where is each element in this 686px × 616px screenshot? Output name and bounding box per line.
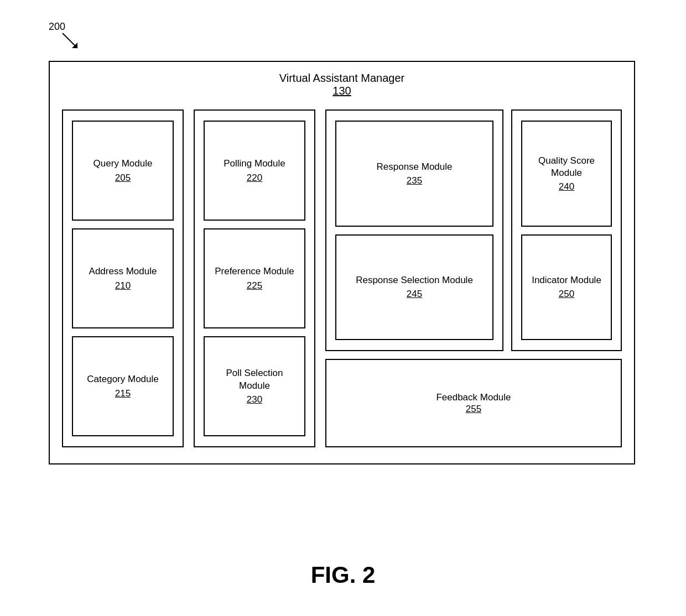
columns-wrapper: Query Module 205 Address Module 210 Cate…: [50, 100, 634, 460]
outer-title: Virtual Assistant Manager 130: [50, 62, 634, 100]
response-module-name: Response Module: [376, 161, 452, 173]
polling-module-num: 220: [247, 173, 262, 184]
query-module-num: 205: [115, 173, 131, 184]
response-selection-module-name: Response Selection Module: [356, 274, 473, 286]
preference-module-box: Preference Module 225: [204, 228, 305, 328]
outer-title-num: 130: [332, 85, 351, 97]
quality-score-module-box: Quality Score Module 240: [521, 121, 612, 227]
column-4: Quality Score Module 240 Indicator Modul…: [511, 109, 622, 351]
column-34-top: Response Module 235 Response Selection M…: [325, 109, 622, 351]
quality-score-module-name: Quality Score Module: [529, 155, 604, 179]
preference-module-name: Preference Module: [215, 265, 294, 278]
indicator-module-num: 250: [559, 289, 574, 300]
polling-module-box: Polling Module 220: [204, 121, 305, 221]
response-module-num: 235: [407, 175, 422, 186]
address-module-box: Address Module 210: [72, 228, 174, 328]
address-module-name: Address Module: [89, 265, 157, 278]
category-module-num: 215: [115, 388, 131, 399]
virtual-assistant-manager-box: Virtual Assistant Manager 130 Query Modu…: [49, 61, 635, 464]
feedback-module-num: 255: [466, 404, 481, 414]
arrow-200-icon: [60, 30, 82, 53]
figure-label: FIG. 2: [0, 562, 686, 588]
outer-title-text: Virtual Assistant Manager: [279, 72, 404, 84]
query-module-box: Query Module 205: [72, 121, 174, 221]
response-selection-module-box: Response Selection Module 245: [335, 234, 493, 341]
poll-selection-module-num: 230: [247, 394, 262, 405]
column-34: Response Module 235 Response Selection M…: [325, 109, 622, 447]
category-module-name: Category Module: [87, 373, 158, 385]
feedback-module-name: Feedback Module: [436, 392, 511, 403]
polling-module-name: Polling Module: [224, 158, 285, 170]
category-module-box: Category Module 215: [72, 336, 174, 436]
feedback-module-box: Feedback Module 255: [325, 359, 622, 447]
poll-selection-module-box: Poll Selection Module 230: [204, 336, 305, 436]
response-module-box: Response Module 235: [335, 121, 493, 227]
indicator-module-box: Indicator Module 250: [521, 234, 612, 341]
column-1: Query Module 205 Address Module 210 Cate…: [62, 109, 184, 447]
preference-module-num: 225: [247, 280, 262, 291]
indicator-module-name: Indicator Module: [532, 274, 601, 286]
column-3: Response Module 235 Response Selection M…: [325, 109, 503, 351]
column-2: Polling Module 220 Preference Module 225…: [194, 109, 315, 447]
quality-score-module-num: 240: [559, 181, 574, 192]
address-module-num: 210: [115, 280, 131, 291]
response-selection-module-num: 245: [407, 289, 422, 300]
query-module-name: Query Module: [93, 158, 153, 170]
poll-selection-module-name: Poll Selection Module: [211, 367, 298, 391]
